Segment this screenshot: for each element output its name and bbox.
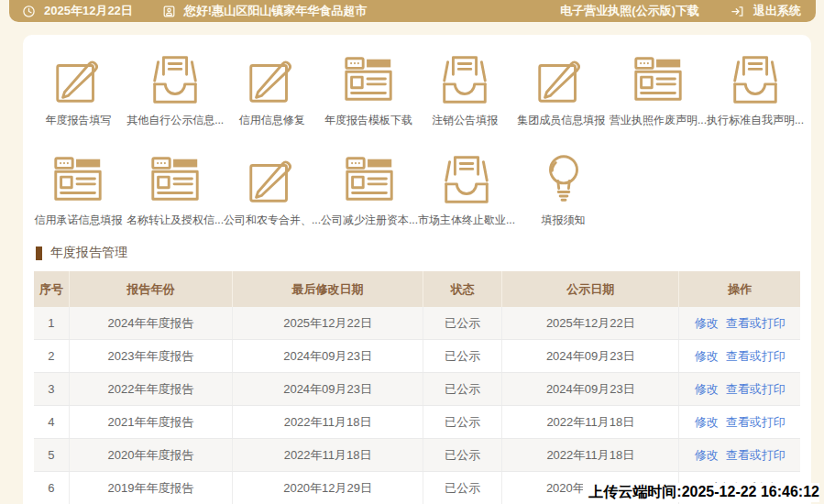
modified-date: 2024年09月23日 (233, 340, 423, 373)
modified-date: 2025年12月22日 (233, 307, 423, 340)
inbox-icon (438, 151, 495, 208)
modify-link[interactable]: 修改 (695, 415, 719, 429)
modify-link[interactable]: 修改 (695, 349, 719, 363)
shortcut-item[interactable]: 信用信息修复 (224, 51, 320, 127)
shortcut-item[interactable]: 注销公告填报 (417, 51, 513, 127)
shortcut-item[interactable]: 其他自行公示信息... (126, 51, 224, 127)
actions-cell: 修改查看或打印 (679, 307, 800, 340)
shortcut-label: 集团成员信息填报 (517, 114, 605, 127)
edit-icon (244, 51, 301, 108)
column-header: 最后修改日期 (233, 271, 423, 307)
status: 已公示 (423, 373, 502, 406)
report-year: 2023年年度报告 (69, 340, 232, 373)
table-header-row: 序号报告年份最后修改日期状态公示日期操作 (34, 271, 800, 307)
row-index: 6 (34, 472, 69, 504)
shortcut-item[interactable]: 执行标准自我声明... (707, 51, 804, 127)
column-header: 公示日期 (502, 271, 679, 307)
browser-icon (630, 51, 687, 108)
topbar-greeting: 您好!惠山区阳山镇家年华食品超市 (184, 3, 367, 19)
row-index: 3 (34, 373, 69, 406)
shortcut-item[interactable]: 集团成员信息填报 (513, 51, 610, 127)
logout-icon[interactable] (731, 5, 744, 18)
view-or-print-link[interactable]: 查看或打印 (726, 349, 786, 363)
modify-link[interactable]: 修改 (695, 448, 719, 462)
row-index: 1 (34, 307, 69, 340)
modify-link[interactable]: 修改 (695, 382, 719, 396)
actions-cell: 修改查看或打印 (679, 340, 800, 373)
shortcut-item[interactable]: 年度报告填写 (30, 51, 126, 127)
column-header: 操作 (679, 271, 800, 307)
browser-icon (147, 151, 203, 208)
browser-icon (49, 151, 106, 208)
shortcut-item[interactable]: 信用承诺信息填报 (30, 151, 126, 227)
shortcut-label: 公司和农专合并、... (224, 214, 321, 227)
edit-icon (244, 151, 301, 208)
actions-cell: 修改查看或打印 (679, 439, 800, 472)
shortcut-label: 年度报告模板下载 (324, 114, 412, 127)
shortcut-grid-row1: 年度报告填写其他自行公示信息...信用信息修复年度报告模板下载注销公告填报集团成… (23, 51, 811, 127)
modified-date: 2022年11月18日 (233, 439, 423, 472)
user-badge-icon (162, 5, 176, 18)
status: 已公示 (423, 340, 502, 373)
table-row: 42021年年度报告2022年11月18日已公示2022年11月18日修改查看或… (34, 406, 800, 439)
clock-icon (22, 5, 36, 18)
shortcut-label: 其他自行公示信息... (126, 114, 224, 127)
shortcut-item[interactable]: 公司减少注册资本... (321, 151, 418, 227)
shortcut-item[interactable]: 填报须知 (515, 151, 611, 227)
browser-icon (341, 151, 398, 208)
table-row: 32022年年度报告2024年09月23日已公示2024年09月23日修改查看或… (34, 373, 800, 406)
shortcut-label: 营业执照作废声明... (610, 114, 707, 127)
shortcut-item[interactable]: 市场主体终止歇业... (418, 151, 515, 227)
report-year: 2021年年度报告 (69, 406, 232, 439)
shortcut-label: 市场主体终止歇业... (418, 214, 515, 227)
status: 已公示 (423, 472, 502, 504)
shortcut-label: 信用承诺信息填报 (34, 214, 122, 227)
shortcut-label: 填报须知 (542, 214, 586, 227)
shortcut-label: 执行标准自我声明... (707, 114, 804, 127)
actions-cell: 修改查看或打印 (679, 406, 800, 439)
shortcut-label: 名称转让及授权信... (126, 214, 224, 227)
view-or-print-link[interactable]: 查看或打印 (726, 316, 786, 330)
topbar: 2025年12月22日 您好!惠山区阳山镇家年华食品超市 电子营业执照(公示版)… (9, 0, 816, 22)
annual-report-table: 序号报告年份最后修改日期状态公示日期操作 12024年年度报告2025年12月2… (34, 271, 800, 504)
modify-link[interactable]: 修改 (695, 316, 719, 330)
row-index: 5 (34, 439, 69, 472)
publish-date: 2025年12月22日 (502, 307, 679, 340)
table-row: 12024年年度报告2025年12月22日已公示2025年12月22日修改查看或… (34, 307, 800, 340)
modified-date: 2024年09月23日 (233, 373, 423, 406)
shortcut-item[interactable]: 年度报告模板下载 (320, 51, 416, 127)
publish-date: 2024年09月23日 (502, 340, 679, 373)
topbar-date: 2025年12月22日 (44, 3, 133, 19)
view-or-print-link[interactable]: 查看或打印 (726, 382, 786, 396)
report-year: 2020年年度报告 (69, 439, 232, 472)
publish-date: 2024年09月23日 (502, 373, 679, 406)
shortcut-item[interactable]: 营业执照作废声明... (610, 51, 707, 127)
section-header: 年度报告管理 (36, 246, 811, 260)
shortcut-item[interactable]: 公司和农专合并、... (224, 151, 321, 227)
edit-icon (533, 51, 589, 108)
status: 已公示 (423, 307, 502, 340)
view-or-print-link[interactable]: 查看或打印 (726, 448, 786, 462)
report-year: 2022年年度报告 (69, 373, 232, 406)
upload-time-text: 上传云端时间:2025-12-22 16:46:12 (583, 483, 819, 502)
status: 已公示 (423, 406, 502, 439)
status: 已公示 (423, 439, 502, 472)
row-index: 2 (34, 340, 69, 373)
column-header: 序号 (34, 271, 69, 307)
modified-date: 2020年12月29日 (233, 472, 423, 504)
license-download-link[interactable]: 电子营业执照(公示版)下载 (560, 3, 699, 19)
shortcut-label: 公司减少注册资本... (321, 214, 418, 227)
shortcut-item[interactable]: 名称转让及授权信... (126, 151, 224, 227)
row-index: 4 (34, 406, 69, 439)
shortcut-grid-row2: 信用承诺信息填报名称转让及授权信...公司和农专合并、...公司减少注册资本..… (23, 151, 811, 227)
view-or-print-link[interactable]: 查看或打印 (726, 415, 786, 429)
section-title: 年度报告管理 (50, 245, 127, 261)
browser-icon (340, 51, 397, 108)
inbox-icon (436, 51, 493, 108)
logout-button[interactable]: 退出系统 (753, 3, 801, 19)
shortcut-label: 年度报告填写 (46, 114, 112, 127)
inbox-icon (727, 51, 784, 108)
bulb-icon (535, 151, 592, 208)
report-year: 2019年年度报告 (69, 472, 232, 504)
modified-date: 2022年11月18日 (233, 406, 423, 439)
